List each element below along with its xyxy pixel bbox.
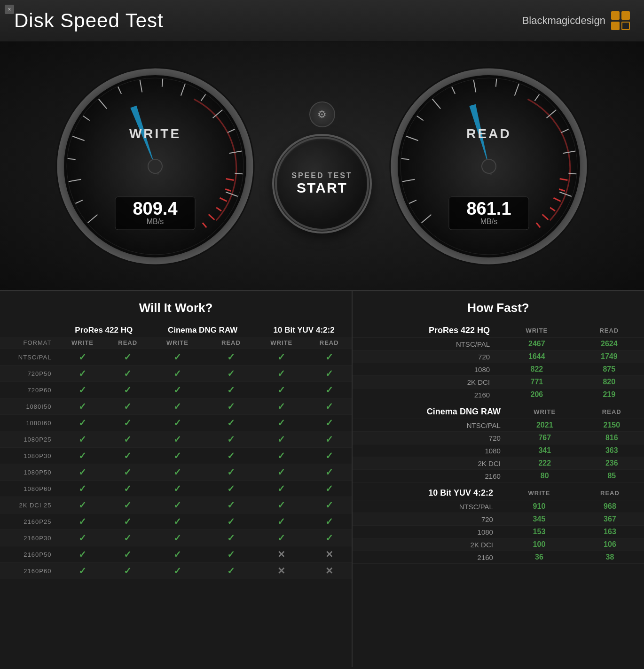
check-icon: ✓ [277,533,285,543]
check-icon: ✓ [227,516,235,527]
check-icon: ✓ [124,451,132,461]
check-cell: ✓ [149,415,206,431]
check-icon: ✓ [227,549,235,560]
write-label: WRITE [129,126,181,141]
check-icon: ✓ [79,549,86,560]
yuv-write-header: WRITE [256,337,306,349]
fast-section-name: ProRes 422 HQ [353,324,499,338]
check-icon: ✓ [325,500,333,510]
check-icon: ✓ [277,467,285,477]
check-cell: ✓ [306,366,352,382]
check-icon: ✓ [277,418,285,428]
fast-table-row: 2K DCI771820 [353,376,644,389]
fast-section-name: 10 Bit YUV 4:2:2 [353,486,503,500]
cinema-read-header: READ [206,337,256,349]
fast-write-value: 80 [510,470,580,482]
svg-text:809.4: 809.4 [133,199,177,218]
fast-row-label: 2K DCI [353,538,503,551]
start-button[interactable]: SPEED TEST START [275,137,369,231]
cinema-dng-header: Cinema DNG RAW [149,324,256,337]
fast-write-header: WRITE [510,405,580,419]
fast-row-label: 2160 [353,470,510,482]
title-bar: × Disk Speed Test Blackmagicdesign [0,0,644,42]
settings-button[interactable]: ⚙ [309,101,335,127]
svg-text:READ: READ [466,126,511,141]
check-icon: ✓ [173,352,181,362]
check-cell: ✓ [256,513,306,530]
check-cell: ✓ [149,398,206,415]
prores-write-header: WRITE [58,337,106,349]
fast-write-value: 822 [499,363,574,376]
check-cell: ✓ [106,448,149,464]
check-icon: ✓ [124,352,132,362]
check-icon: ✓ [325,385,333,395]
check-icon: ✓ [124,533,132,543]
how-fast-panel: How Fast? ProRes 422 HQWRITEREADNTSC/PAL… [353,291,644,667]
check-cell: ✓ [306,464,352,481]
check-cell: ✓ [256,464,306,481]
check-cell: ✓ [58,448,106,464]
will-it-work-title: Will It Work? [0,301,352,315]
format-cell: 720p50 [0,366,58,382]
check-cell: ✓ [149,563,206,579]
will-it-work-table: ProRes 422 HQ Cinema DNG RAW 10 Bit YUV … [0,324,352,579]
check-icon: ✓ [227,500,235,510]
check-cell: ✓ [306,398,352,415]
fast-read-value: 1749 [574,350,644,363]
check-icon: ✓ [227,385,235,395]
read-gauge-svg: READ 861.1 MB/s [388,65,590,267]
check-cell: ✓ [58,563,106,579]
check-cell: ✓ [106,349,149,366]
check-cell: ✓ [106,382,149,398]
check-cell: ✓ [306,382,352,398]
check-cell: ✓ [106,546,149,563]
close-button[interactable]: × [5,5,14,14]
fast-row-label: 1080 [353,526,503,538]
yuv-header: 10 Bit YUV 4:2:2 [256,324,352,337]
check-cell: ✓ [106,464,149,481]
check-cell: ✓ [149,349,206,366]
brand-icon-cell-3 [611,22,620,30]
check-icon: ✓ [325,516,333,527]
format-cell: 2160p50 [0,546,58,563]
check-icon: ✓ [124,368,132,379]
gauge-section: WRITE 809.4 MB/s ⚙ SPEED TEST START [0,42,644,291]
fast-write-value: 345 [503,513,576,526]
check-icon: ✓ [173,533,181,543]
table-row: 720p60✓✓✓✓✓✓ [0,382,352,398]
check-icon: ✓ [173,549,181,560]
check-cell: ✓ [206,546,256,563]
table-row: 720p50✓✓✓✓✓✓ [0,366,352,382]
fast-read-value: 163 [576,526,644,538]
check-cell: ✓ [58,415,106,431]
check-icon: ✓ [227,467,235,477]
check-cell: ✓ [106,415,149,431]
brand-icon-cell-1 [611,11,620,20]
check-icon: ✓ [79,566,86,576]
table-row: 2K DCI 25✓✓✓✓✓✓ [0,497,352,513]
brand-area: Blackmagicdesign [522,11,630,30]
table-row: 1080p60✓✓✓✓✓✓ [0,481,352,497]
prores-header: ProRes 422 HQ [58,324,149,337]
format-cell: 1080p25 [0,431,58,448]
read-gauge: READ 861.1 MB/s [388,65,590,267]
check-icon: ✓ [79,451,86,461]
check-icon: ✓ [79,533,86,543]
fast-write-value: 2467 [499,338,574,350]
check-cell: ✓ [149,513,206,530]
check-icon: ✓ [124,467,132,477]
table-row: 2160p25✓✓✓✓✓✓ [0,513,352,530]
fast-write-value: 341 [510,444,580,457]
format-cell: NTSC/PAL [0,349,58,366]
format-cell: 2160p60 [0,563,58,579]
check-icon: ✓ [124,500,132,510]
check-cell: ✓ [106,398,149,415]
fast-table-row: NTSC/PAL20212150 [353,419,644,432]
check-icon: ✓ [227,401,235,412]
check-cell: ✓ [58,464,106,481]
check-icon: ✓ [173,385,181,395]
fast-read-header: READ [580,405,644,419]
check-icon: ✓ [79,385,86,395]
check-cell: ✓ [206,513,256,530]
fast-write-value: 206 [499,389,574,401]
